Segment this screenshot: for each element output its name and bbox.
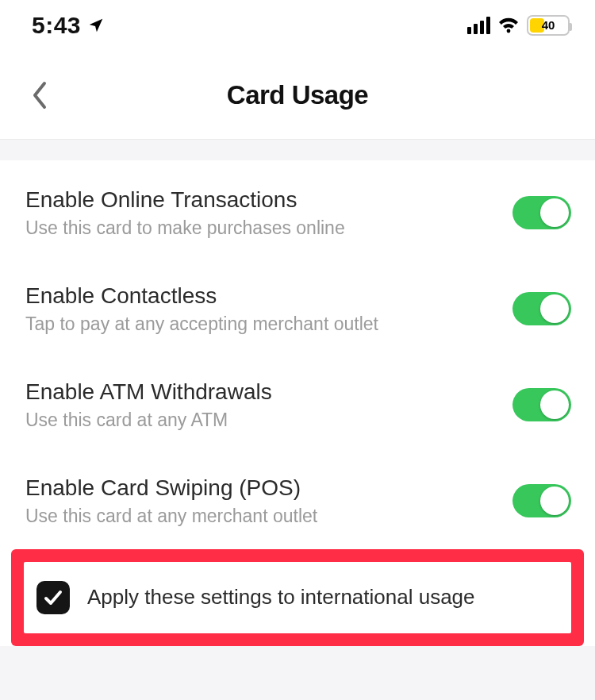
status-bar-left: 5:43 (32, 12, 105, 39)
toggle-knob (540, 390, 569, 419)
battery-percent-label: 40 (528, 17, 568, 34)
svg-point-0 (507, 29, 511, 33)
toggle-card-swiping[interactable] (512, 484, 571, 517)
toggle-atm-withdrawals[interactable] (512, 388, 571, 421)
status-bar: 5:43 40 (0, 0, 595, 51)
battery-indicator: 40 (527, 15, 570, 36)
setting-text: Enable Card Swiping (POS) Use this card … (25, 474, 317, 529)
setting-row-atm-withdrawals: Enable ATM Withdrawals Use this card at … (0, 357, 595, 453)
cellular-signal-icon (467, 17, 490, 34)
setting-subtitle: Use this card at any ATM (25, 409, 272, 433)
setting-subtitle: Use this card to make purchases online (25, 217, 345, 240)
setting-row-online-transactions: Enable Online Transactions Use this card… (0, 165, 595, 261)
setting-row-card-swiping: Enable Card Swiping (POS) Use this card … (0, 453, 595, 549)
toggle-knob (540, 294, 569, 323)
status-time: 5:43 (32, 12, 81, 39)
status-bar-right: 40 (467, 15, 570, 36)
setting-title: Enable Contactless (25, 282, 378, 310)
wifi-icon (498, 17, 519, 33)
toggle-knob (540, 198, 569, 227)
setting-title: Enable Card Swiping (POS) (25, 474, 317, 502)
international-usage-label: Apply these settings to international us… (87, 584, 475, 611)
chevron-left-icon (31, 81, 48, 110)
setting-subtitle: Tap to pay at any accepting merchant out… (25, 313, 378, 337)
setting-title: Enable ATM Withdrawals (25, 378, 272, 406)
international-usage-checkbox[interactable] (36, 581, 70, 614)
toggle-knob (540, 487, 569, 515)
location-arrow-icon (87, 17, 105, 34)
checkmark-icon (42, 587, 64, 609)
international-usage-row[interactable]: Apply these settings to international us… (24, 562, 571, 633)
page-title: Card Usage (227, 80, 368, 110)
back-button[interactable] (22, 78, 57, 113)
setting-subtitle: Use this card at any merchant outlet (25, 505, 317, 529)
setting-title: Enable Online Transactions (25, 186, 345, 213)
setting-text: Enable Contactless Tap to pay at any acc… (25, 282, 378, 337)
setting-text: Enable ATM Withdrawals Use this card at … (25, 378, 272, 433)
setting-row-contactless: Enable Contactless Tap to pay at any acc… (0, 261, 595, 357)
toggle-online-transactions[interactable] (512, 196, 571, 229)
settings-list: Enable Online Transactions Use this card… (0, 160, 595, 646)
toggle-contactless[interactable] (512, 292, 571, 325)
international-usage-highlight: Apply these settings to international us… (11, 549, 584, 646)
setting-text: Enable Online Transactions Use this card… (25, 186, 345, 240)
nav-bar: Card Usage (0, 51, 595, 140)
